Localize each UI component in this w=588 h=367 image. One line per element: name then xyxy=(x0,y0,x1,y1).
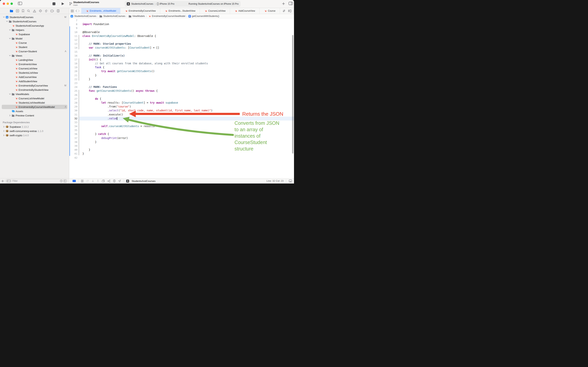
vertical-scrollbar[interactable] xyxy=(292,35,294,154)
swap-editor-icon[interactable] xyxy=(282,9,286,12)
disclosure-triangle-icon[interactable] xyxy=(8,29,11,31)
activity-view[interactable]: A StudentsAndCourses ⟩ iPhone 15 Pro Run… xyxy=(125,1,241,7)
tree-item-addstudentview[interactable]: AddStudentView xyxy=(0,79,69,83)
tree-item-model[interactable]: Model xyxy=(0,36,69,41)
close-window-button[interactable] xyxy=(3,2,5,5)
tree-item-landingview[interactable]: LandingView xyxy=(0,58,69,62)
adjust-editor-icon[interactable] xyxy=(113,179,116,183)
tree-item-preview-content[interactable]: Preview Content xyxy=(0,113,69,118)
editor-tab-enrolmentsbycourseview[interactable]: EnrolmentsByCourseView xyxy=(120,8,160,14)
stop-button[interactable] xyxy=(52,2,55,5)
package-item-supabase[interactable]: Supabase 2.13.2 xyxy=(0,125,69,129)
breadcrumb-item[interactable]: StudentsAndCourses xyxy=(74,15,96,17)
tree-item-supabase[interactable]: Supabase xyxy=(0,32,69,36)
tree-item-courseslistview[interactable]: CoursesListView xyxy=(0,66,69,71)
disclosure-triangle-icon[interactable] xyxy=(2,126,5,128)
editor-layout-icon[interactable] xyxy=(289,180,292,182)
tree-item-studentsandcourses[interactable]: AStudentsAndCoursesM xyxy=(0,15,69,19)
scheme-target[interactable]: StudentsAndCourses xyxy=(131,2,153,5)
filter-menu-icon[interactable] xyxy=(6,180,11,182)
tree-item-enrolmentsbycourseview[interactable]: EnrolmentsByCourseViewM xyxy=(0,83,69,88)
tree-item-assets[interactable]: Assets xyxy=(0,109,69,113)
package-item-swift-concurrency-extras[interactable]: swift-concurrency-extras 1.1.0 xyxy=(0,129,69,133)
breadcrumb-item[interactable]: getCoursesWithStudents() xyxy=(192,15,219,17)
code-review-icon[interactable] xyxy=(107,180,111,183)
code-area[interactable]: 7891011121314151617181920212223242526272… xyxy=(69,18,294,178)
filter-field[interactable] xyxy=(5,179,67,183)
fold-ribbon[interactable] xyxy=(78,58,79,81)
debug-navigator-icon[interactable] xyxy=(45,9,48,12)
add-button[interactable] xyxy=(282,2,285,5)
toggle-navigator-icon[interactable] xyxy=(18,2,22,5)
editor-tab-courseslistview[interactable]: CoursesListView xyxy=(200,8,230,14)
file-name: EnrolmentsView xyxy=(19,63,37,66)
tree-item-enrolmentsbycourseviewmodel[interactable]: EnrolmentsByCourseViewModelA xyxy=(0,105,69,109)
source-control-navigator-icon[interactable] xyxy=(16,9,19,12)
tree-item-studentslistviewmodel[interactable]: StudentsListViewModel xyxy=(0,100,69,105)
breadcrumb-item[interactable]: StudentsAndCourses xyxy=(103,15,125,17)
tree-item-views[interactable]: Views xyxy=(0,53,69,58)
disclosure-triangle-icon[interactable] xyxy=(2,134,5,136)
tree-item-courseslistviewmodel[interactable]: CoursesListViewModel xyxy=(0,96,69,100)
zoom-window-button[interactable] xyxy=(10,2,13,5)
bookmark-navigator-icon[interactable] xyxy=(22,9,24,12)
tree-item-enrolmentsbystudentview[interactable]: EnrolmentsByStudentView xyxy=(0,88,69,92)
tree-item-viewmodels[interactable]: ViewModels xyxy=(0,92,69,96)
tree-item-course-student[interactable]: Course+StudentA xyxy=(0,49,69,53)
editor-tab-enrolments-eviewmodel[interactable]: Enrolments...eViewModel xyxy=(81,8,120,14)
disclosure-triangle-icon[interactable] xyxy=(8,93,11,95)
assets-file-icon xyxy=(11,110,15,113)
scheme-device[interactable]: iPhone 15 Pro xyxy=(160,2,174,5)
add-file-icon[interactable] xyxy=(1,180,4,182)
go-back-icon[interactable] xyxy=(76,9,77,12)
tree-item-addcourseview[interactable]: AddCourseView xyxy=(0,75,69,79)
disclosure-triangle-icon[interactable] xyxy=(2,130,5,132)
push-up-icon[interactable] xyxy=(97,180,99,183)
canvas-mode-icon[interactable] xyxy=(81,180,84,183)
tree-item-helpers[interactable]: Helpers xyxy=(0,28,69,32)
find-navigator-icon[interactable] xyxy=(27,9,30,12)
tree-item-student[interactable]: Student xyxy=(0,45,69,49)
jump-to-icon[interactable] xyxy=(118,180,121,183)
package-item-swift-crypto[interactable]: swift-crypto 3.4.0 xyxy=(0,133,69,137)
breadcrumb-item[interactable]: EnrolmentsByCourseViewModel xyxy=(152,15,185,17)
minimap-icon[interactable] xyxy=(288,9,292,12)
report-navigator-icon[interactable] xyxy=(57,9,59,12)
tree-item-studentsandcoursesapp[interactable]: StudentsAndCoursesApp xyxy=(0,24,69,28)
disclosure-triangle-icon[interactable] xyxy=(8,115,11,117)
breakpoint-navigator-icon[interactable] xyxy=(50,10,54,12)
editor-tab-addcourseview[interactable]: AddCourseView xyxy=(230,8,260,14)
related-items-icon[interactable] xyxy=(71,9,74,12)
editor-tab-course[interactable]: Course xyxy=(260,8,280,14)
breadcrumb-item[interactable]: ViewModels xyxy=(132,15,145,17)
issue-navigator-icon[interactable] xyxy=(33,9,36,12)
disclosure-triangle-icon[interactable] xyxy=(5,20,8,22)
editor-tab-enrolments-studentview[interactable]: Enrolments...StudentView xyxy=(160,8,200,14)
disclosure-triangle-icon[interactable] xyxy=(8,55,11,57)
editor-only-mode-icon[interactable] xyxy=(73,180,76,182)
active-scheme[interactable]: StudentsAndCourses main xyxy=(69,1,99,6)
run-button[interactable] xyxy=(61,2,64,5)
source-control-filter-icon[interactable] xyxy=(64,180,66,182)
pull-down-icon[interactable] xyxy=(92,180,94,183)
fold-ribbon[interactable] xyxy=(78,35,79,49)
test-navigator-icon[interactable] xyxy=(39,9,42,12)
tree-item-course[interactable]: Course xyxy=(0,41,69,45)
recent-files-icon[interactable] xyxy=(60,180,63,182)
disclosure-triangle-icon[interactable] xyxy=(2,16,5,18)
fold-ribbon[interactable] xyxy=(78,90,79,155)
code-line-7 xyxy=(83,18,212,22)
line-number: 27 xyxy=(69,97,78,101)
filter-input[interactable] xyxy=(12,179,59,183)
tree-item-studentsandcourses[interactable]: StudentsAndCourses xyxy=(0,19,69,24)
toggle-inspector-icon[interactable] xyxy=(289,2,293,5)
tree-item-studentslistview[interactable]: StudentsListView xyxy=(0,71,69,75)
disclosure-triangle-icon[interactable] xyxy=(8,38,11,40)
stacked-editors-icon[interactable] xyxy=(102,179,105,183)
project-navigator-icon[interactable] xyxy=(10,9,13,12)
go-forward-icon[interactable] xyxy=(78,9,80,12)
line-col-indicator[interactable]: Line: 32 Col: 23 xyxy=(266,180,284,182)
minimize-window-button[interactable] xyxy=(7,2,9,5)
preview-refresh-icon[interactable] xyxy=(86,180,89,183)
tree-item-enrolmentsview[interactable]: EnrolmentsView xyxy=(0,62,69,66)
